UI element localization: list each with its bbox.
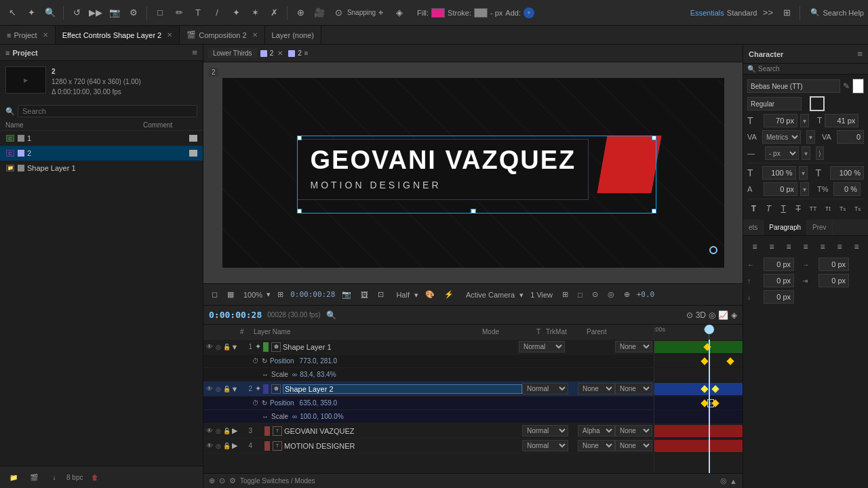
- add-btn[interactable]: +: [524, 7, 534, 18]
- camera-select-btn[interactable]: Active Camera: [463, 289, 517, 300]
- anchor-tool[interactable]: ⊕: [292, 5, 309, 21]
- comment-column-header[interactable]: Comment: [143, 121, 197, 129]
- stamp-tool[interactable]: ✦: [228, 5, 244, 21]
- tl-layer2-parent[interactable]: None: [615, 383, 652, 394]
- tl-layer2-lock[interactable]: 🔓: [222, 386, 231, 392]
- baseline-unit-btn[interactable]: ▾: [800, 182, 809, 196]
- tl-layer2-eye[interactable]: 👁: [205, 385, 214, 392]
- tl-layer3-label[interactable]: [264, 426, 270, 436]
- font-name-input[interactable]: [747, 79, 840, 93]
- font-color-swatch[interactable]: [852, 79, 864, 94]
- snapping-toggle[interactable]: Snapping: [353, 5, 370, 21]
- tl-add-marker-btn[interactable]: ◈: [731, 310, 737, 320]
- kerning-type-select[interactable]: Metrics: [762, 130, 801, 144]
- composition-tab[interactable]: 🎬 Composition 2 ✕: [180, 26, 264, 44]
- tsume-input[interactable]: [833, 182, 861, 196]
- composition-viewport[interactable]: 人人素材 人人素材 人人素材 2 GEOVANI VAZQUEZ MOTION …: [203, 62, 743, 283]
- tl-parent-header[interactable]: Parent: [587, 328, 651, 336]
- tl-add-keyframe-btn[interactable]: ⊙: [219, 476, 225, 485]
- effects-tab[interactable]: ets: [743, 220, 764, 235]
- tl-watermark-btn[interactable]: ◎: [720, 476, 727, 485]
- comp-tab-close[interactable]: ✕: [252, 31, 258, 39]
- justify-center-btn[interactable]: ≡: [815, 240, 830, 253]
- tl-mode-header[interactable]: Mode: [482, 328, 536, 336]
- scale-h-unit-btn[interactable]: ▾: [799, 166, 808, 180]
- unit-select[interactable]: - px: [765, 146, 799, 160]
- tl-layer1-solo[interactable]: ◎: [214, 344, 222, 350]
- fast-preview-btn[interactable]: ⚡: [441, 289, 456, 300]
- tl-layer2-expand[interactable]: ▼: [231, 385, 239, 393]
- italic-btn[interactable]: T: [762, 202, 775, 216]
- tl-solo-btn[interactable]: ◎: [709, 310, 715, 320]
- select-tool[interactable]: ✦: [23, 5, 39, 21]
- tl-layer-4[interactable]: 👁 ◎ 🔓 ▶ 4 T MOTION DESIGNER Normal: [203, 439, 654, 453]
- new-folder-btn[interactable]: 📁: [5, 469, 22, 485]
- font-style-input[interactable]: [747, 97, 802, 110]
- indent-right-input[interactable]: [818, 258, 849, 271]
- tl-name-header[interactable]: Layer Name: [254, 328, 482, 336]
- justify-right-btn[interactable]: ≡: [832, 240, 847, 253]
- superscript-btn[interactable]: Ts: [836, 202, 849, 216]
- tl-layer1-expand[interactable]: ▼: [231, 343, 239, 351]
- workspace-settings-btn[interactable]: ⊞: [778, 5, 795, 21]
- comp-color-btn[interactable]: 🎨: [422, 289, 437, 300]
- comp-view-btn1[interactable]: ⊞: [559, 289, 571, 300]
- tl-layer1-lock[interactable]: 🔓: [222, 344, 231, 350]
- standard-button[interactable]: Standard: [727, 9, 757, 17]
- extend-toolbar-btn[interactable]: >>: [760, 5, 776, 21]
- tl-layer1-star[interactable]: ✦: [255, 342, 261, 351]
- pen-tool[interactable]: ✏: [171, 5, 187, 21]
- effect-controls-tab[interactable]: Effect Controls Shape Layer 2 ✕: [56, 26, 180, 44]
- tl-layer1-parent[interactable]: None: [615, 341, 652, 352]
- baseline-input[interactable]: [764, 182, 797, 196]
- justify-all-btn[interactable]: ≡: [849, 240, 864, 253]
- tl-layer3-lock[interactable]: 🔓: [222, 428, 231, 434]
- tl-layer2-pos-stopwatch[interactable]: ⏱: [252, 399, 259, 407]
- transparency-btn[interactable]: ⊡: [375, 289, 387, 300]
- comp-resolution-btn[interactable]: ◻: [209, 289, 220, 300]
- fill-color-swatch[interactable]: [431, 8, 445, 18]
- track-layer1[interactable]: [654, 340, 743, 354]
- tl-layer2-star[interactable]: ✦: [255, 384, 261, 393]
- indent-left-input[interactable]: [764, 258, 794, 271]
- layer1-pos-kf2[interactable]: [726, 357, 734, 365]
- project-tab-close[interactable]: ✕: [43, 31, 48, 39]
- tl-layer2-name[interactable]: Shape Layer 2: [283, 384, 522, 394]
- tl-layer1-mode[interactable]: Normal: [519, 341, 565, 352]
- project-panel-menu[interactable]: ≡: [192, 47, 197, 58]
- scale-h-input[interactable]: [762, 166, 796, 180]
- comp2-close[interactable]: ✕: [277, 49, 283, 57]
- comp-view-btn5[interactable]: ⊕: [621, 289, 633, 300]
- comp-view-btn4[interactable]: ◎: [605, 289, 617, 300]
- font-size-right-input[interactable]: [825, 114, 859, 127]
- tl-layer4-lock[interactable]: 🔓: [222, 443, 231, 449]
- paragraph-tab[interactable]: Paragraph: [764, 220, 807, 235]
- tl-layer2-label[interactable]: [263, 384, 269, 394]
- tl-layer1-eye[interactable]: 👁: [205, 343, 214, 350]
- project-tab[interactable]: ≡ Project ✕: [0, 26, 56, 44]
- lower-thirds-tab[interactable]: Lower Thirds: [208, 48, 258, 58]
- tl-graph-btn[interactable]: 📈: [718, 310, 728, 320]
- kerning-unit-btn[interactable]: ▾: [806, 130, 815, 144]
- selection-handle-bl[interactable]: [297, 209, 302, 214]
- delete-btn[interactable]: 🗑: [87, 469, 103, 485]
- comp2-indicator[interactable]: 2: [270, 49, 274, 57]
- timeline-ruler[interactable]: 0:00s 01s 02s 03s 04s 05s: [654, 325, 743, 340]
- selection-handle-br[interactable]: [652, 209, 656, 214]
- camera-tool[interactable]: 📷: [106, 5, 123, 21]
- tl-layer4-label[interactable]: [264, 441, 270, 451]
- selection-handle-bm[interactable]: [471, 209, 475, 214]
- scale-v-input[interactable]: [830, 166, 864, 180]
- character-panel-menu[interactable]: ≡: [857, 49, 863, 59]
- name-column-header[interactable]: Name: [5, 121, 143, 129]
- tl-search-btn[interactable]: 🔍: [326, 310, 336, 320]
- comp-grid-btn[interactable]: ▦: [224, 289, 237, 300]
- essentials-button[interactable]: Essentials: [690, 9, 724, 17]
- new-comp-btn[interactable]: 🎬: [26, 469, 42, 485]
- tl-layer2-trkmat[interactable]: None: [578, 383, 615, 394]
- zoom-select-btn[interactable]: 100%: [241, 289, 265, 300]
- tl-zoom-out-btn[interactable]: ▲: [730, 476, 737, 485]
- strikethrough-btn[interactable]: T: [792, 202, 805, 216]
- tl-layer2-solo[interactable]: ◎: [214, 386, 222, 392]
- selection-handle-tl[interactable]: [297, 136, 302, 140]
